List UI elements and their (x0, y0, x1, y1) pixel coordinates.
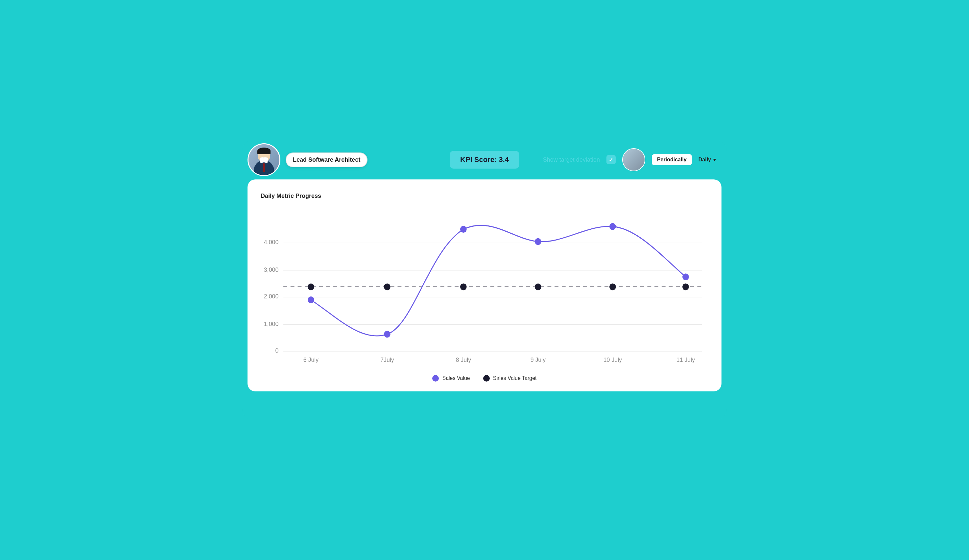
x-label-6july: 6 July (303, 356, 319, 364)
target-dot-4 (535, 283, 541, 290)
x-label-10july: 10 July (603, 356, 622, 364)
y-label-1000: 1,000 (264, 320, 278, 327)
show-target-label: Show target deviation (543, 156, 600, 163)
avatar-image (248, 144, 280, 175)
sales-dot-2 (384, 331, 391, 337)
chart-area: 0 1,000 2,000 3,000 4,000 (261, 209, 708, 367)
periodically-button[interactable]: Periodically (652, 154, 692, 165)
daily-label: Daily (698, 157, 711, 163)
chart-svg: 0 1,000 2,000 3,000 4,000 (261, 209, 708, 367)
avatar (248, 143, 280, 176)
legend-target-label: Sales Value Target (493, 375, 537, 381)
chart-legend: Sales Value Sales Value Target (261, 375, 708, 382)
legend-sales-value: Sales Value (432, 375, 470, 382)
kpi-badge: KPI Score: 3.4 (450, 151, 519, 169)
x-label-8july: 8 July (456, 356, 471, 364)
app-container: Lead Software Architect KPI Score: 3.4 S… (242, 140, 727, 420)
x-label-11july: 11 July (676, 356, 695, 364)
x-label-7july: 7July (380, 356, 394, 364)
header: Lead Software Architect KPI Score: 3.4 S… (242, 140, 727, 179)
target-dot-5 (609, 283, 616, 290)
legend-black-dot (483, 375, 490, 382)
legend-purple-dot (432, 375, 439, 382)
sales-dot-4 (535, 238, 541, 245)
y-label-3000: 3,000 (264, 266, 278, 273)
chevron-down-icon (713, 159, 716, 161)
target-dot-3 (460, 283, 467, 290)
legend-sales-target: Sales Value Target (483, 375, 537, 382)
x-label-9july: 9 July (531, 356, 546, 364)
header-controls: Show target deviation Periodically Daily (543, 148, 716, 171)
target-dot-2 (384, 283, 391, 290)
daily-button[interactable]: Daily (698, 157, 716, 163)
target-dot-1 (308, 283, 314, 290)
legend-sales-label: Sales Value (442, 375, 470, 381)
role-badge: Lead Software Architect (286, 153, 368, 167)
sales-dot-5 (609, 223, 616, 230)
y-label-4000: 4,000 (264, 239, 278, 246)
second-avatar (622, 148, 645, 171)
periodically-label: Periodically (657, 157, 687, 163)
sales-dot-3 (460, 226, 467, 233)
sales-dot-1 (308, 296, 314, 303)
chart-title: Daily Metric Progress (261, 193, 708, 199)
y-label-0: 0 (275, 347, 278, 354)
sales-line (311, 226, 686, 336)
kpi-score-label: KPI Score: 3.4 (460, 155, 509, 164)
sales-dot-6 (683, 273, 689, 280)
target-dot-6 (683, 283, 689, 290)
chart-card: Daily Metric Progress 0 1,000 2,000 3,00… (248, 179, 721, 391)
y-label-2000: 2,000 (264, 293, 278, 300)
show-target-checkbox[interactable] (606, 155, 616, 165)
role-label: Lead Software Architect (293, 156, 360, 163)
